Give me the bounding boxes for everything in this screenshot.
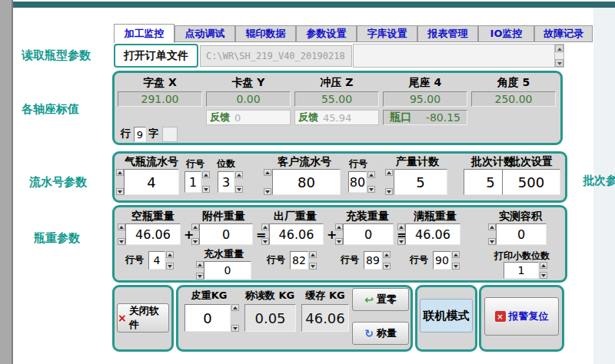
increment-button[interactable] xyxy=(116,169,124,176)
order-file-path-field[interactable]: C:\WR\SH_219_V40_20190218 xyxy=(200,45,352,67)
tab-io-monitor[interactable]: IO监控 xyxy=(478,25,534,42)
filling-row-spinner xyxy=(383,251,391,270)
increment-button[interactable] xyxy=(202,171,210,178)
increment-button[interactable] xyxy=(335,223,343,230)
increment-button[interactable] xyxy=(367,171,375,178)
tab-fault-record[interactable]: 故障记录 xyxy=(534,25,593,42)
increment-button[interactable] xyxy=(235,171,243,178)
accessory-weight-spinner xyxy=(191,223,199,245)
increment-button[interactable] xyxy=(166,251,174,258)
production-count-label: 产量计数 xyxy=(387,155,448,167)
decrement-button[interactable] xyxy=(309,263,317,270)
close-software-label: 关闭软件 xyxy=(129,304,168,332)
full-weight-field[interactable]: 46.06 xyxy=(405,223,460,245)
decrement-button[interactable] xyxy=(166,263,174,270)
filling-weight-field[interactable]: 0 xyxy=(343,223,394,245)
axis-value-x: 291.00 xyxy=(118,91,202,107)
close-software-button[interactable]: ×关闭软件 xyxy=(117,303,169,333)
decrement-button[interactable] xyxy=(397,238,405,245)
decrement-button[interactable] xyxy=(385,188,393,195)
decrement-button[interactable] xyxy=(191,238,199,245)
increment-button[interactable] xyxy=(488,223,496,230)
weigh-button[interactable]: ↻称量 xyxy=(352,322,409,345)
increment-button[interactable] xyxy=(540,262,547,269)
axis-header-tailstock: 尾座 4 xyxy=(383,76,467,88)
increment-button[interactable] xyxy=(383,251,391,258)
scale-group: 皮重KG 0 称读数 KG 0.05 缓存 KG 46.06 ↩置零 ↻称量 xyxy=(176,285,413,352)
measured-volume-field[interactable]: 0 xyxy=(496,223,547,245)
decrement-button[interactable] xyxy=(264,188,271,195)
print-decimals-field[interactable]: 1 xyxy=(504,262,539,279)
full-row-field[interactable]: 90 xyxy=(433,251,451,270)
tare-field[interactable]: 0 xyxy=(184,304,231,332)
label-serial-params: 流水号参数 xyxy=(29,175,87,190)
increment-button[interactable] xyxy=(397,223,405,230)
decrement-button[interactable] xyxy=(231,325,239,332)
factory-row-spinner xyxy=(309,251,317,270)
accessory-weight-label: 附件重量 xyxy=(193,210,254,222)
decrement-button[interactable] xyxy=(335,238,343,245)
char-field[interactable] xyxy=(162,127,178,142)
decrement-button[interactable] xyxy=(383,263,391,270)
label-axes-coordinates: 各轴座标值 xyxy=(22,102,79,117)
customer-serial-label: 客户流水号 xyxy=(266,155,343,167)
accessory-weight-field[interactable]: 0 xyxy=(199,223,253,245)
empty-row-field[interactable]: 4 xyxy=(148,251,165,270)
decrement-button[interactable] xyxy=(367,186,375,193)
scroll-down-icon[interactable] xyxy=(555,59,563,67)
factory-weight-field[interactable]: 46.06 xyxy=(269,223,324,245)
increment-button[interactable] xyxy=(231,304,239,311)
water-weight-label: 充水重量 xyxy=(193,249,254,260)
decrement-button[interactable] xyxy=(488,238,496,245)
decrement-button[interactable] xyxy=(235,186,243,193)
increment-button[interactable] xyxy=(261,223,269,230)
empty-row-label: 行号 xyxy=(125,255,144,265)
decrement-button[interactable] xyxy=(116,188,124,195)
alarm-reset-button[interactable]: ×报警复位 xyxy=(484,297,559,336)
digits-field[interactable]: 3 xyxy=(218,171,234,193)
decrement-button[interactable] xyxy=(452,263,460,270)
increment-button[interactable] xyxy=(196,261,204,268)
tab-font-library[interactable]: 字库设置 xyxy=(357,25,417,42)
decrement-button[interactable] xyxy=(196,273,204,280)
increment-button[interactable] xyxy=(385,169,393,176)
decrement-button[interactable] xyxy=(118,238,125,245)
tab-processing-monitor[interactable]: 加工监控 xyxy=(114,24,175,43)
open-order-file-button[interactable]: 打开订单文件 xyxy=(114,44,198,68)
gas-row-label: 行号 xyxy=(182,159,208,169)
increment-button[interactable] xyxy=(264,169,271,176)
row-number-field[interactable]: 9 xyxy=(134,127,146,142)
decrement-button[interactable] xyxy=(261,238,269,245)
water-weight-field[interactable]: 0 xyxy=(204,261,251,280)
customer-serial-spinner xyxy=(264,169,271,195)
gas-serial-field[interactable]: 4 xyxy=(124,169,179,195)
tab-report-management[interactable]: 报表管理 xyxy=(417,25,478,42)
decrement-button[interactable] xyxy=(202,186,210,193)
tab-roll-print-data[interactable]: 辊印数据 xyxy=(235,25,296,42)
order-file-text-area[interactable] xyxy=(353,44,564,68)
decrement-button[interactable] xyxy=(540,272,547,279)
increment-button[interactable] xyxy=(191,223,199,230)
increment-button[interactable] xyxy=(118,223,125,230)
factory-row-field[interactable]: 82 xyxy=(290,251,308,270)
customer-serial-field[interactable]: 80 xyxy=(272,169,341,195)
tab-parameter-settings[interactable]: 参数设置 xyxy=(296,25,357,42)
production-count-field[interactable]: 5 xyxy=(394,169,447,195)
empty-row-spinner xyxy=(166,251,174,270)
customer-row-field[interactable]: 80 xyxy=(348,171,367,193)
gas-row-field[interactable]: 1 xyxy=(184,171,201,193)
alarm-reset-group: ×报警复位 xyxy=(479,285,564,352)
increment-button[interactable] xyxy=(309,251,317,258)
scroll-up-icon[interactable] xyxy=(555,45,563,52)
zero-button[interactable]: ↩置零 xyxy=(352,288,409,311)
increment-button[interactable] xyxy=(452,251,460,258)
filling-row-field[interactable]: 89 xyxy=(364,251,382,270)
buffer-field: 46.06 xyxy=(301,304,349,332)
empty-weight-field[interactable]: 46.06 xyxy=(125,223,181,245)
scrollbar[interactable] xyxy=(554,45,563,67)
feedback-y-label: 反馈 xyxy=(210,111,230,124)
online-mode-button[interactable]: 联机模式 xyxy=(420,299,473,333)
gas-serial-spinner xyxy=(116,169,124,195)
tab-jog-debug[interactable]: 点动调试 xyxy=(175,25,235,42)
batch-set-field[interactable]: 500 xyxy=(502,169,560,195)
